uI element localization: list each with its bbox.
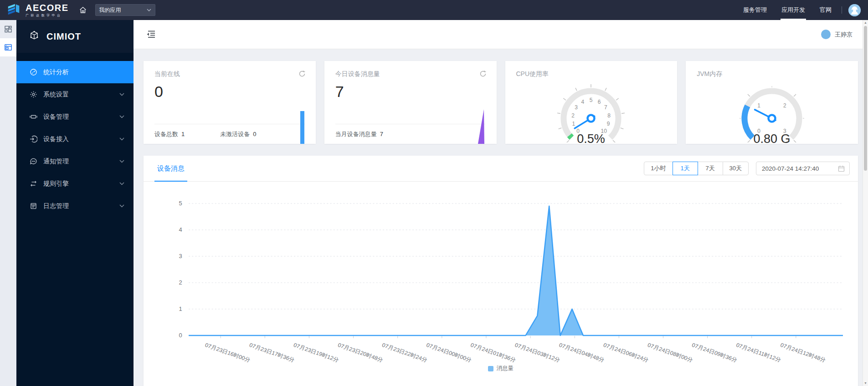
sidebar-item-label: 统计分析 [43, 68, 69, 76]
access-icon [30, 135, 37, 143]
svg-text:1: 1 [179, 306, 182, 312]
aecore-logo[interactable]: AECORE 广联达数字中台 [6, 1, 69, 19]
topbar-links: 服务管理应用开发官网 [736, 0, 839, 20]
device-messages-panel: 设备消息 1小时1天7天30天 2020-07-24 14:27:40 [144, 156, 858, 386]
topbar-link-0[interactable]: 服务管理 [736, 0, 774, 20]
svg-text:07月24日03时12分: 07月24日03时12分 [514, 342, 561, 364]
message-icon [30, 157, 37, 165]
card-current-online: 当前在线 0 设备总数1 未激活设备0 [144, 61, 316, 144]
device-icon [30, 113, 37, 121]
scroll-thumb[interactable] [864, 26, 867, 171]
content: 当前在线 0 设备总数1 未激活设备0 今日设备消息量 [134, 49, 868, 386]
sidebar-item-label: 日志管理 [43, 202, 69, 210]
sidebar-item-device-access[interactable]: 设备接入 [16, 128, 134, 150]
svg-text:4: 4 [179, 227, 182, 233]
calendar-icon [838, 165, 845, 172]
range-button-1天[interactable]: 1天 [673, 162, 698, 175]
svg-text:07月24日01时36分: 07月24日01时36分 [470, 342, 517, 364]
card-jvm-memory: JVM内存 01230.80 G [686, 61, 858, 144]
datetime-value: 2020-07-24 14:27:40 [762, 165, 819, 172]
svg-text:3: 3 [575, 104, 578, 111]
gauge-icon [30, 68, 37, 76]
main-header: 王婷京 [134, 20, 868, 49]
svg-text:07月24日00时00分: 07月24日00时00分 [426, 342, 473, 364]
sidebar-item-rule-engine[interactable]: 规则引擎 [16, 173, 134, 195]
datetime-picker[interactable]: 2020-07-24 14:27:40 [756, 162, 850, 175]
svg-text:07月24日06时24分: 07月24日06时24分 [602, 342, 649, 364]
topbar-link-1[interactable]: 应用开发 [774, 0, 812, 20]
user-name: 王婷京 [835, 30, 853, 39]
chevron-down-icon [119, 160, 124, 163]
brand-title: AECORE [26, 3, 69, 12]
aecore-logo-icon [6, 1, 22, 19]
svg-text:1: 1 [572, 121, 575, 127]
svg-text:9: 9 [607, 121, 610, 127]
chart-legend[interactable]: 消息量 [144, 365, 858, 372]
svg-text:07月24日12时48分: 07月24日12时48分 [780, 342, 827, 364]
area-chart: 01234507月23日16时00分07月23日17时36分07月23日19时1… [144, 182, 858, 364]
sidebar-item-label: 设备接入 [43, 135, 69, 143]
svg-text:8: 8 [608, 112, 611, 119]
rail-item-apps-overview[interactable] [0, 20, 16, 38]
svg-text:07月24日04时48分: 07月24日04时48分 [558, 342, 605, 364]
jvm-gauge: 01230.80 G [715, 78, 829, 144]
rail-item-current-app[interactable] [0, 38, 16, 56]
svg-text:1: 1 [757, 102, 760, 109]
vertical-scrollbar[interactable]: ▲ ▼ [863, 20, 868, 386]
sidebar-item-notification-management[interactable]: 通知管理 [16, 150, 134, 173]
refresh-icon[interactable] [298, 70, 306, 79]
svg-text:2: 2 [572, 112, 575, 119]
rules-icon [30, 180, 37, 188]
svg-text:07月23日20时48分: 07月23日20时48分 [337, 342, 384, 364]
chevron-down-icon [119, 93, 124, 96]
chevron-down-icon [119, 204, 124, 208]
app-select-dropdown[interactable]: 我的应用 [95, 4, 155, 16]
scroll-up-arrow[interactable]: ▲ [863, 20, 868, 25]
card-cpu-usage: CPU使用率 0123456789100.5% [505, 61, 678, 144]
range-button-1小时[interactable]: 1小时 [644, 162, 673, 175]
card-title: CPU使用率 [516, 70, 667, 78]
brand-subtitle: 广联达数字中台 [26, 14, 69, 17]
sidebar-item-device-management[interactable]: 设备管理 [16, 106, 134, 128]
svg-text:3: 3 [179, 253, 182, 259]
card-title: JVM内存 [697, 70, 847, 78]
svg-text:07月24日08时00分: 07月24日08时00分 [647, 342, 693, 364]
sidebar-item-log-management[interactable]: 日志管理 [16, 195, 134, 217]
legend-label: 消息量 [497, 365, 514, 372]
sidebar-item-system-settings[interactable]: 系统设置 [16, 83, 134, 106]
cimiot-logo[interactable]: CIMIOT [16, 20, 134, 53]
topbar: AECORE 广联达数字中台 我的应用 服务管理应用开发官网 [0, 0, 868, 20]
svg-text:07月23日19时12分: 07月23日19时12分 [293, 342, 339, 364]
refresh-icon[interactable] [479, 70, 487, 79]
svg-text:4: 4 [581, 99, 585, 105]
svg-text:07月24日09时36分: 07月24日09时36分 [691, 342, 738, 364]
home-icon[interactable] [79, 6, 87, 14]
card-today-messages: 今日设备消息量 7 当月设备消息量7 [324, 61, 497, 144]
tab-device-messages[interactable]: 设备消息 [154, 156, 187, 181]
range-button-30天[interactable]: 30天 [723, 162, 749, 175]
sidebar: CIMIOT 统计分析系统设置设备管理设备接入通知管理规则引擎日志管理 [16, 20, 134, 386]
sidebar-item-statistics[interactable]: 统计分析 [16, 61, 134, 83]
svg-text:07月24日11时12分: 07月24日11时12分 [735, 342, 782, 363]
scroll-down-arrow[interactable]: ▼ [863, 381, 868, 386]
cube-wireframe-icon [27, 29, 41, 45]
svg-text:7: 7 [604, 104, 607, 111]
spark-triangle [478, 109, 484, 144]
user-menu[interactable]: 王婷京 [821, 30, 853, 39]
user-helmet-avatar[interactable] [848, 4, 861, 16]
app-select-value: 我的应用 [99, 6, 121, 14]
apps-grid-icon [4, 25, 12, 33]
menu-fold-icon[interactable] [146, 30, 156, 39]
chevron-down-icon [147, 9, 151, 11]
avatar [821, 30, 831, 39]
range-button-7天[interactable]: 7天 [698, 162, 723, 175]
card-value: 7 [335, 83, 486, 101]
card-value: 0 [154, 83, 305, 101]
topbar-link-2[interactable]: 官网 [812, 0, 839, 20]
log-icon [30, 202, 37, 210]
chevron-down-icon [119, 137, 124, 141]
svg-text:6: 6 [598, 99, 601, 105]
left-rail [0, 20, 16, 386]
svg-text:07月23日17时36分: 07月23日17时36分 [248, 342, 295, 364]
chevron-down-icon [119, 182, 124, 185]
